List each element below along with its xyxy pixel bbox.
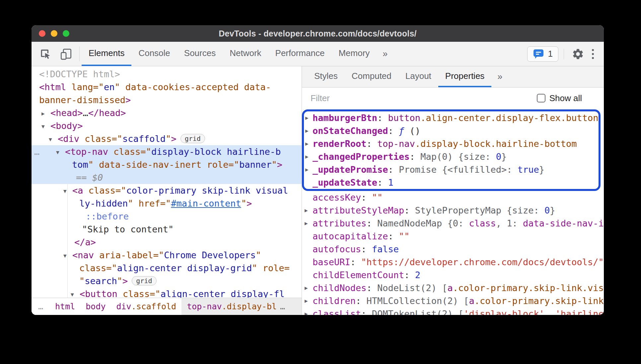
breadcrumb-overflow-ellipsis[interactable]: … xyxy=(32,298,50,315)
tab-sources[interactable]: Sources xyxy=(177,42,223,66)
property-name: childElementCount xyxy=(313,270,404,280)
dom-tree: <!DOCTYPE html><html lang="en" data-cook… xyxy=(32,66,302,298)
property-row[interactable]: ▶renderRoot: top-nav.display-block.hairl… xyxy=(304,137,599,150)
property-name: children xyxy=(313,296,356,306)
expand-arrow-closed-icon[interactable]: ▶ xyxy=(305,281,308,294)
property-name: _updatePromise xyxy=(313,164,388,175)
expand-arrow-closed-icon[interactable]: ▶ xyxy=(305,217,308,230)
expand-arrow-open-icon[interactable]: ▼ xyxy=(56,146,65,159)
sidebar-tab-properties[interactable]: Properties xyxy=(438,66,492,87)
more-tabs-chevron[interactable]: » xyxy=(377,42,393,66)
expand-arrow-closed-icon[interactable]: ▶ xyxy=(305,137,309,150)
dom-tree-row[interactable]: tom" data-side-nav-inert role="banner"> xyxy=(32,158,302,171)
dom-tree-row[interactable]: <html lang="en" data-cookies-accepted da… xyxy=(32,81,302,93)
property-row[interactable]: ▶onStateChanged: ƒ () xyxy=(304,124,599,137)
dom-tree-row[interactable]: == $0 xyxy=(32,171,302,184)
property-name: childNodes xyxy=(313,283,367,293)
property-row[interactable]: _updateState: 1 xyxy=(304,176,599,189)
annotation-highlight-box: ▶hamburgerBtn: button.align-center.displ… xyxy=(302,109,601,191)
toolbar-separator xyxy=(79,46,80,61)
main-toolbar: ElementsConsoleSourcesNetworkPerformance… xyxy=(32,42,604,66)
show-all-toggle[interactable]: Show all xyxy=(537,93,582,103)
property-row[interactable]: childElementCount: 2 xyxy=(302,269,604,281)
issues-messages-button[interactable]: 1 xyxy=(527,46,558,62)
expand-arrow-open-icon[interactable]: ▼ xyxy=(63,249,72,262)
expand-arrow-closed-icon[interactable]: ▶ xyxy=(305,204,308,217)
more-options-kebab-icon[interactable] xyxy=(587,49,599,59)
sidebar-pane: StylesComputedLayoutProperties» Show all… xyxy=(302,66,604,315)
inspect-cursor-icon[interactable] xyxy=(37,45,54,63)
expand-arrow-closed-icon[interactable]: ▶ xyxy=(305,307,308,315)
property-row[interactable]: ▶hamburgerBtn: button.align-center.displ… xyxy=(304,111,599,124)
tab-elements[interactable]: Elements xyxy=(82,42,131,66)
expand-arrow-closed-icon[interactable]: ▶ xyxy=(305,124,309,137)
show-all-checkbox[interactable] xyxy=(537,94,545,102)
expand-arrow-open-icon[interactable]: ▼ xyxy=(41,120,50,133)
dom-tree-row[interactable]: banner-dismissed> xyxy=(32,93,302,106)
show-all-label: Show all xyxy=(549,93,582,103)
tab-network[interactable]: Network xyxy=(223,42,268,66)
property-name: classList xyxy=(313,309,361,315)
sidebar-tab-computed[interactable]: Computed xyxy=(345,66,398,87)
property-row[interactable]: ▶_updatePromise: Promise {<fulfilled>: t… xyxy=(304,163,599,176)
dom-tree-row[interactable]: <!DOCTYPE html> xyxy=(32,68,302,81)
dom-tree-row[interactable]: ▼<nav aria-label="Chrome Developers" xyxy=(32,249,302,262)
expand-arrow-open-icon[interactable]: ▼ xyxy=(71,288,80,298)
property-row[interactable]: autofocus: false xyxy=(302,243,604,256)
dom-tree-row[interactable]: ▼<div class="scaffold">grid xyxy=(32,132,302,145)
devtools-window: DevTools - developer.chrome.com/docs/dev… xyxy=(32,25,604,315)
property-row[interactable]: ▶childNodes: NodeList(2) [a.color-primar… xyxy=(302,281,604,294)
sidebar-tab-layout[interactable]: Layout xyxy=(398,66,438,87)
dom-tree-row[interactable]: ▼<button class="align-center display-fl xyxy=(32,287,302,298)
property-name: attributes xyxy=(313,218,367,228)
dom-tree-row[interactable]: class="align-center display-grid" role= xyxy=(32,262,302,274)
property-row[interactable]: ▶attributes: NamedNodeMap {0: class, 1: … xyxy=(302,217,604,230)
property-row[interactable]: baseURI: "https://developer.chrome.com/d… xyxy=(302,256,604,269)
property-row[interactable]: autocapitalize: "" xyxy=(302,230,604,243)
expand-arrow-open-icon[interactable]: ▼ xyxy=(49,133,58,146)
settings-gear-icon[interactable] xyxy=(569,45,587,63)
dom-tree-row[interactable]: …▼<top-nav class="display-block hairline… xyxy=(32,145,302,158)
expand-arrow-open-icon[interactable]: ▼ xyxy=(63,185,72,198)
dom-tree-row[interactable]: "search">grid xyxy=(32,274,302,287)
dom-tree-row[interactable]: ▶<head>…</head> xyxy=(32,106,302,119)
property-row[interactable]: accessKey: "" xyxy=(302,191,604,204)
breadcrumb-item[interactable]: html xyxy=(50,298,80,315)
tab-memory[interactable]: Memory xyxy=(331,42,377,66)
dom-tree-row[interactable]: ▼<a class="color-primary skip-link visua… xyxy=(32,184,302,197)
dom-tree-row[interactable]: </a> xyxy=(32,236,302,249)
property-row[interactable]: ▶_changedProperties: Map(0) {size: 0} xyxy=(304,150,599,163)
breadcrumb-item[interactable]: top-nav.display-bl… xyxy=(181,298,302,315)
expand-arrow-closed-icon[interactable]: ▶ xyxy=(41,107,50,120)
device-toolbar-icon[interactable] xyxy=(57,45,75,63)
grid-badge[interactable]: grid xyxy=(180,134,205,143)
expand-arrow-closed-icon[interactable]: ▶ xyxy=(305,111,309,124)
dom-tree-row[interactable]: ▼<body> xyxy=(32,119,302,132)
sidebar-tabs: StylesComputedLayoutProperties» xyxy=(302,66,604,88)
tab-console[interactable]: Console xyxy=(131,42,177,66)
node-options-ellipsis[interactable]: … xyxy=(34,145,39,158)
property-name: accessKey xyxy=(313,192,361,203)
property-row[interactable]: ▶children: HTMLCollection(2) [a.color-pr… xyxy=(302,294,604,307)
properties-list: ▶hamburgerBtn: button.align-center.displ… xyxy=(302,109,604,315)
expand-arrow-closed-icon[interactable]: ▶ xyxy=(305,294,308,307)
panel-tabs: ElementsConsoleSourcesNetworkPerformance… xyxy=(82,42,377,66)
expand-arrow-closed-icon[interactable]: ▶ xyxy=(305,150,309,163)
toolbar-separator xyxy=(564,49,564,59)
sidebar-more-tabs-chevron[interactable]: » xyxy=(491,66,508,87)
dom-tree-row[interactable]: ly-hidden" href="#main-content"> xyxy=(32,197,302,210)
expand-arrow-closed-icon[interactable]: ▶ xyxy=(305,163,309,176)
breadcrumb-item[interactable]: body xyxy=(80,298,111,315)
property-row[interactable]: ▶attributeStyleMap: StylePropertyMap {si… xyxy=(302,204,604,217)
filter-input[interactable] xyxy=(311,93,537,103)
dom-tree-row[interactable]: "Skip to content" xyxy=(32,223,302,236)
grid-badge[interactable]: grid xyxy=(132,276,156,285)
dom-tree-row[interactable]: ::before xyxy=(32,210,302,223)
tab-performance[interactable]: Performance xyxy=(268,42,332,66)
property-name: _changedProperties xyxy=(313,152,410,162)
property-row[interactable]: ▶classList: DOMTokenList(2) ['display-bl… xyxy=(302,307,604,315)
sidebar-tab-styles[interactable]: Styles xyxy=(307,66,345,87)
message-bubble-icon xyxy=(533,49,544,59)
property-name: hamburgerBtn xyxy=(313,113,377,123)
breadcrumb-item[interactable]: div.scaffold xyxy=(111,298,182,315)
